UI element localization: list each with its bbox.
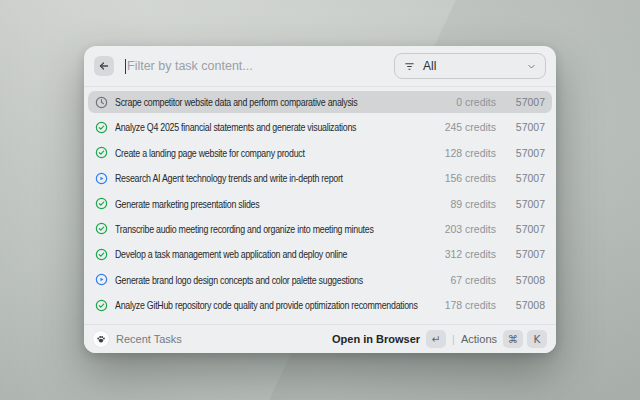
footer-context-label: Recent Tasks bbox=[116, 333, 182, 345]
task-id: 57007 bbox=[513, 223, 545, 235]
check-circle-icon bbox=[95, 299, 108, 312]
check-circle-icon bbox=[95, 222, 108, 235]
task-id: 57007 bbox=[513, 121, 545, 133]
cmd-keycap: ⌘ bbox=[503, 330, 523, 348]
task-title: Create a landing page website for compan… bbox=[115, 147, 438, 159]
task-row[interactable]: Transcribe audio meeting recording and o… bbox=[88, 218, 552, 240]
actions-label: Actions bbox=[461, 333, 497, 345]
task-credits: 178 credits bbox=[445, 299, 496, 311]
task-row[interactable]: Develop a task management web applicatio… bbox=[88, 243, 552, 265]
back-button[interactable] bbox=[94, 56, 114, 76]
app-logo-chip bbox=[93, 331, 109, 347]
enter-keycap: ↵ bbox=[426, 330, 446, 348]
task-title: Transcribe audio meeting recording and o… bbox=[115, 223, 438, 235]
footer: Recent Tasks Open in Browser ↵ | Actions… bbox=[84, 324, 556, 353]
task-id: 57008 bbox=[513, 299, 545, 311]
task-credits: 245 credits bbox=[445, 121, 496, 133]
task-credits: 89 credits bbox=[450, 198, 496, 210]
task-row[interactable]: Generate brand logo design concepts and … bbox=[88, 269, 552, 291]
task-row[interactable]: Create a landing page website for compan… bbox=[88, 142, 552, 164]
command-palette-window: Filter by task content... All Scrape com… bbox=[84, 46, 556, 353]
footer-divider: | bbox=[452, 333, 455, 345]
task-list: Scrape competitor website data and perfo… bbox=[84, 87, 556, 324]
task-id: 57007 bbox=[513, 147, 545, 159]
task-credits: 312 credits bbox=[445, 248, 496, 260]
task-row[interactable]: Analyze GitHub repository code quality a… bbox=[88, 294, 552, 316]
task-id: 57007 bbox=[513, 172, 545, 184]
task-row[interactable]: Generate marketing presentation slides 8… bbox=[88, 193, 552, 215]
check-circle-icon bbox=[95, 248, 108, 261]
footer-actions: Open in Browser ↵ | Actions ⌘ K bbox=[332, 330, 547, 348]
task-credits: 156 credits bbox=[445, 172, 496, 184]
filter-dropdown-value: All bbox=[423, 59, 436, 73]
task-row[interactable]: Research AI Agent technology trends and … bbox=[88, 167, 552, 189]
task-row[interactable]: Scrape competitor website data and perfo… bbox=[88, 91, 552, 113]
task-title: Generate brand logo design concepts and … bbox=[115, 274, 443, 286]
task-id: 57007 bbox=[513, 96, 545, 108]
task-credits: 0 credits bbox=[456, 96, 496, 108]
task-id: 57008 bbox=[513, 274, 545, 286]
filter-icon bbox=[404, 61, 415, 72]
open-in-browser-label: Open in Browser bbox=[332, 333, 420, 345]
clock-icon bbox=[95, 96, 108, 109]
task-title: Scrape competitor website data and perfo… bbox=[115, 96, 449, 108]
check-circle-icon bbox=[95, 197, 108, 210]
search-input[interactable]: Filter by task content... bbox=[122, 59, 386, 74]
task-title: Generate marketing presentation slides bbox=[115, 198, 443, 210]
task-id: 57007 bbox=[513, 248, 545, 260]
paw-logo-icon bbox=[96, 334, 106, 344]
chevron-down-icon bbox=[527, 62, 536, 71]
task-id: 57007 bbox=[513, 198, 545, 210]
task-credits: 128 credits bbox=[445, 147, 496, 159]
search-placeholder: Filter by task content... bbox=[127, 59, 253, 73]
open-in-browser-button[interactable]: Open in Browser ↵ bbox=[332, 330, 446, 348]
arrow-left-icon bbox=[98, 60, 110, 72]
k-keycap: K bbox=[527, 330, 547, 348]
check-circle-icon bbox=[95, 121, 108, 134]
task-title: Develop a task management web applicatio… bbox=[115, 248, 438, 260]
check-circle-icon bbox=[95, 146, 108, 159]
play-circle-icon bbox=[95, 273, 108, 286]
task-credits: 67 credits bbox=[450, 274, 496, 286]
actions-button[interactable]: Actions ⌘ K bbox=[461, 330, 547, 348]
text-caret bbox=[125, 59, 126, 74]
task-title: Analyze GitHub repository code quality a… bbox=[115, 299, 438, 311]
task-title: Research AI Agent technology trends and … bbox=[115, 172, 438, 184]
filter-dropdown[interactable]: All bbox=[394, 53, 546, 79]
header: Filter by task content... All bbox=[84, 46, 556, 87]
play-circle-icon bbox=[95, 172, 108, 185]
task-credits: 203 credits bbox=[445, 223, 496, 235]
task-title: Analyze Q4 2025 financial statements and… bbox=[115, 121, 438, 133]
task-row[interactable]: Analyze Q4 2025 financial statements and… bbox=[88, 116, 552, 138]
